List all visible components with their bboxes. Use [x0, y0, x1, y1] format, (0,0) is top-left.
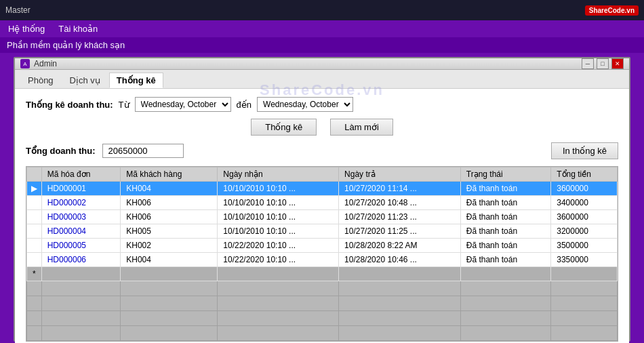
thong-ke-button[interactable]: Thống kê — [251, 119, 317, 136]
filler-cell — [41, 296, 121, 311]
filler-cell — [27, 281, 42, 296]
from-date-select[interactable]: Wednesday, October — [135, 97, 231, 112]
filler-cell — [339, 296, 461, 311]
tab-dich-vu[interactable]: Dịch vụ — [62, 73, 108, 88]
taskbar-right: ShareCode.vn — [585, 5, 639, 16]
row-indicator — [27, 196, 42, 210]
tu-label: Từ — [119, 100, 129, 110]
cell-ngay-nhan: 10/10/2010 10:10 ... — [218, 182, 339, 196]
row-indicator — [27, 210, 42, 224]
cell-ngay-nhan: 10/10/2010 10:10 ... — [218, 224, 339, 239]
filler-cell — [121, 296, 218, 311]
filler-cell — [551, 311, 618, 326]
window-icon: A — [20, 59, 30, 68]
minimize-button[interactable]: ─ — [582, 58, 594, 69]
den-label: đến — [237, 100, 251, 110]
tab-thong-ke[interactable]: Thống kê — [109, 73, 163, 88]
cell-ngay-tra: 10/27/2020 11:25 ... — [339, 224, 461, 239]
maximize-button[interactable]: □ — [597, 58, 609, 69]
col-tong-tien: Tổng tiền — [551, 167, 618, 182]
new-row-cell — [460, 267, 550, 281]
window-title-text: Admin — [34, 59, 57, 68]
close-button[interactable]: ✕ — [611, 58, 624, 69]
total-row: Tổng doanh thu: 20650000 In thống kê — [26, 142, 618, 159]
table-row[interactable]: HD000005KH00210/22/2020 10:10 ...10/28/2… — [27, 239, 618, 253]
cell-ma-kh: KH004 — [121, 182, 218, 196]
in-thong-ke-button[interactable]: In thống kê — [551, 142, 618, 159]
window-titlebar: A Admin ─ □ ✕ — [15, 58, 629, 70]
new-row-cell — [339, 267, 461, 281]
empty-row — [27, 311, 618, 326]
cell-trang-thai: Đã thanh toán — [460, 239, 550, 253]
table-body: ▶HD000001KH00410/10/2010 10:10 ...10/27/… — [27, 182, 618, 341]
new-row-indicator: * — [27, 267, 42, 281]
action-buttons-row: Thống kê Làm mới — [26, 119, 618, 136]
cell-tong-tien: 3600000 — [551, 210, 618, 224]
cell-ngay-tra: 10/28/2020 8:22 AM — [339, 239, 461, 253]
new-row-cell — [551, 267, 618, 281]
filler-cell — [218, 326, 339, 341]
cell-ma-kh: KH002 — [121, 239, 218, 253]
new-row-cell — [218, 267, 339, 281]
main-window: A Admin ─ □ ✕ Phòng Dịch vụ Thống kê Thố… — [14, 57, 630, 342]
cell-ma-kh: KH006 — [121, 196, 218, 210]
cell-trang-thai: Đã thanh toán — [460, 224, 550, 239]
cell-ma-kh: KH006 — [121, 210, 218, 224]
taskbar: Master ShareCode.vn — [0, 0, 644, 20]
filler-cell — [121, 326, 218, 341]
tab-bar: Phòng Dịch vụ Thống kê — [15, 70, 629, 89]
table-new-row: * — [27, 267, 618, 281]
tab-phong[interactable]: Phòng — [20, 73, 61, 88]
window-controls: ─ □ ✕ — [582, 58, 624, 69]
menu-item-tai-khoan[interactable]: Tài khoản — [56, 22, 100, 35]
col-ma-hoa-don: Mã hóa đơn — [41, 167, 121, 182]
col-ma-khach-hang: Mã khách hàng — [121, 167, 218, 182]
cell-trang-thai: Đã thanh toán — [460, 253, 550, 267]
cell-ma-hoa-don: HD000004 — [41, 224, 121, 239]
row-indicator — [27, 224, 42, 239]
row-indicator — [27, 253, 42, 267]
cell-tong-tien: 3600000 — [551, 182, 618, 196]
cell-tong-tien: 3400000 — [551, 196, 618, 210]
filler-cell — [339, 311, 461, 326]
table-row[interactable]: HD000002KH00610/10/2010 10:10 ...10/27/2… — [27, 196, 618, 210]
table-row[interactable]: HD000004KH00510/10/2010 10:10 ...10/27/2… — [27, 224, 618, 239]
invoice-table: Mã hóa đơn Mã khách hàng Ngày nhận Ngày … — [26, 167, 618, 341]
empty-row — [27, 296, 618, 311]
total-label: Tổng doanh thu: — [26, 146, 96, 156]
table-header-row: Mã hóa đơn Mã khách hàng Ngày nhận Ngày … — [27, 167, 618, 182]
filler-cell — [551, 281, 618, 296]
filler-cell — [27, 311, 42, 326]
filler-cell — [460, 296, 550, 311]
window-title-group: A Admin — [20, 59, 57, 68]
filler-cell — [41, 326, 121, 341]
table-row[interactable]: HD000006KH00410/22/2020 10:10 ...10/28/2… — [27, 253, 618, 267]
lam-moi-button[interactable]: Làm mới — [330, 119, 393, 136]
col-ngay-tra: Ngày trả — [339, 167, 461, 182]
table-row[interactable]: HD000003KH00610/10/2010 10:10 ...10/27/2… — [27, 210, 618, 224]
table-row[interactable]: ▶HD000001KH00410/10/2010 10:10 ...10/27/… — [27, 182, 618, 196]
menu-item-he-thong[interactable]: Hệ thống — [5, 22, 47, 35]
cell-ma-hoa-don: HD000002 — [41, 196, 121, 210]
filler-cell — [27, 326, 42, 341]
cell-ngay-nhan: 10/22/2020 10:10 ... — [218, 253, 339, 267]
to-date-select[interactable]: Wednesday, October — [257, 97, 353, 112]
new-row-cell — [41, 267, 121, 281]
filler-cell — [218, 281, 339, 296]
cell-tong-tien: 3200000 — [551, 224, 618, 239]
filler-cell — [27, 296, 42, 311]
cell-ngay-nhan: 10/10/2010 10:10 ... — [218, 210, 339, 224]
cell-ngay-nhan: 10/10/2010 10:10 ... — [218, 196, 339, 210]
col-indicator — [27, 167, 42, 182]
new-row-cell — [121, 267, 218, 281]
filler-cell — [121, 281, 218, 296]
cell-ma-hoa-don: HD000006 — [41, 253, 121, 267]
thong-ke-label: Thống kê doanh thu: — [26, 100, 113, 110]
filler-cell — [339, 281, 461, 296]
content-area: Thống kê doanh thu: Từ Wednesday, Octobe… — [15, 89, 629, 343]
empty-row — [27, 326, 618, 341]
filler-cell — [460, 311, 550, 326]
app-title-bar: Phần mềm quản lý khách sạn — [0, 37, 644, 53]
row-indicator — [27, 239, 42, 253]
cell-ma-hoa-don: HD000005 — [41, 239, 121, 253]
